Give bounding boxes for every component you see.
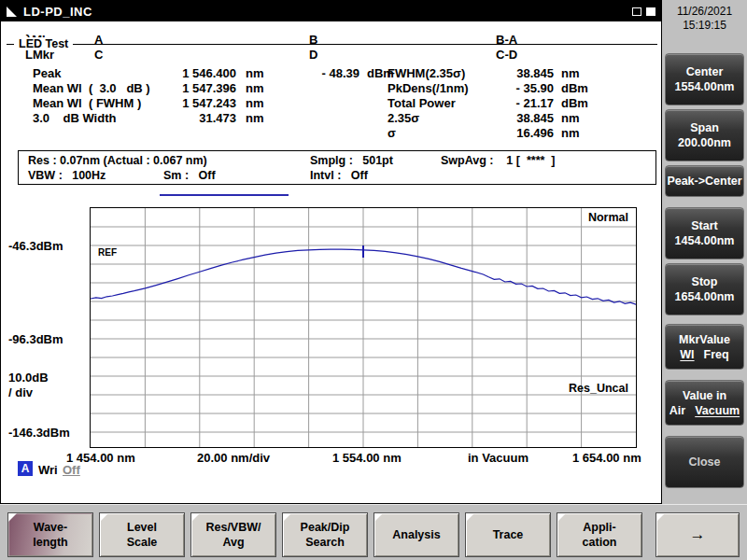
y-axis-bottom-label: -146.3dBm: [8, 426, 70, 440]
x-axis-center-label: 1 554.00 nm: [332, 451, 402, 465]
menu-level-scale-button[interactable]: Level Scale: [99, 512, 185, 557]
main-panel: LD-PD_INC λMkr A B B-A LMkr C D C-D LED …: [0, 0, 662, 504]
wavelength-medium-label: in Vacuum: [468, 451, 529, 465]
menu-trace-button[interactable]: Trace: [465, 512, 551, 557]
maximize-window-icon[interactable]: [646, 7, 655, 16]
sweep-mode-label: Normal: [588, 211, 628, 224]
x-axis-stop-label: 1 654.00 nm: [572, 451, 641, 465]
clock: 11/26/2021 15:19:15: [662, 5, 747, 33]
function-menu-bar: Wave- length Level Scale Res/VBW/ Avg Pe…: [0, 504, 747, 560]
fwhm-sigma-unit: nm: [561, 66, 580, 80]
softkey-mkr-value[interactable]: MkrValue Wl Freq: [665, 324, 744, 370]
softkey-start[interactable]: Start 1454.00nm: [665, 207, 744, 259]
mean-3db-label: Mean Wl ( 3.0 dB ): [33, 81, 150, 95]
menu-analysis-button[interactable]: Analysis: [374, 512, 459, 557]
trace-accent-line: [160, 194, 289, 196]
sampling-setting: Smplg : 501pt: [310, 154, 393, 167]
y-axis-mid-label: -96.3dBm: [8, 332, 63, 346]
peak-label: Peak: [33, 66, 61, 80]
y-scale-per-div-label: 10.0dB: [8, 371, 49, 385]
menu-more-arrow-button[interactable]: →: [655, 512, 740, 557]
pkdens-value: - 35.90: [483, 81, 554, 95]
two35sigma-value: 38.845: [483, 111, 554, 125]
window-title: LD-PD_INC: [23, 5, 92, 19]
menu-application-button[interactable]: Appli- cation: [557, 512, 642, 557]
menu-res-vbw-avg-button[interactable]: Res/VBW/ Avg: [190, 512, 276, 557]
ref-level-label: REF: [98, 247, 117, 258]
y-axis-top-label: -46.3dBm: [8, 239, 63, 253]
trace-a-badge[interactable]: A: [18, 461, 33, 476]
softkey-value-in[interactable]: Value in Air Vacuum: [665, 380, 744, 426]
total-power-value: - 21.17: [483, 96, 554, 110]
marker-c-label: C: [94, 48, 103, 62]
mean-3db-value: 1 547.396: [148, 81, 236, 95]
softkey-peak-to-center[interactable]: Peak->Center: [665, 165, 744, 197]
mean-3db-unit: nm: [246, 81, 264, 95]
spectrum-chart: Normal REF Res_Uncal: [90, 207, 637, 448]
total-power-unit: dBm: [561, 96, 588, 110]
time-label: 15:19:15: [662, 19, 747, 33]
sigma-unit: nm: [561, 126, 580, 140]
peak-level-value: - 48.39: [296, 66, 359, 80]
marker-cd-label: C-D: [496, 48, 517, 62]
vbw-setting: VBW : 100Hz: [28, 169, 106, 182]
x-scale-per-div-label: 20.00 nm/div: [197, 451, 270, 465]
two35sigma-label: 2.35σ: [388, 111, 419, 125]
right-arrow-icon: →: [690, 527, 706, 542]
mkr-value-freq-option[interactable]: Freq: [704, 347, 729, 362]
pkdens-unit: dBm: [561, 81, 588, 95]
mkr-value-wl-option[interactable]: Wl: [680, 347, 694, 362]
softkey-span[interactable]: Span 200.00nm: [665, 109, 744, 161]
softkey-stop[interactable]: Stop 1654.00nm: [665, 263, 744, 315]
sweep-average-setting: SwpAvg : 1 [ **** ]: [441, 154, 555, 167]
resolution-setting: Res : 0.07nm (Actual : 0.067 nm): [28, 154, 207, 167]
value-in-air-option[interactable]: Air: [669, 403, 685, 418]
softkey-close[interactable]: Close: [665, 436, 744, 488]
titlebar: LD-PD_INC: [1, 1, 661, 21]
res-uncal-label: Res_Uncal: [569, 382, 628, 395]
two35sigma-unit: nm: [561, 111, 580, 125]
sigma-label: σ: [388, 126, 396, 140]
interval-setting: Intvl : Off: [310, 169, 368, 182]
menu-peak-dip-search-button[interactable]: Peak/Dip Search: [282, 512, 368, 557]
width-3db-unit: nm: [246, 111, 264, 125]
spectrum-plot: [91, 208, 636, 447]
mean-fwhm-unit: nm: [246, 96, 264, 110]
total-power-label: Total Power: [388, 96, 456, 110]
sigma-value: 16.496: [483, 126, 554, 140]
value-in-vacuum-option[interactable]: Vacuum: [695, 403, 740, 418]
softkey-center[interactable]: Center 1554.00nm: [665, 53, 744, 105]
menu-wavelength-button[interactable]: Wave- length: [7, 512, 93, 557]
width-3db-value: 31.473: [148, 111, 236, 125]
app-icon: [7, 7, 17, 17]
width-3db-label: 3.0 dB Width: [33, 111, 116, 125]
peak-wavelength-value: 1 546.400: [148, 66, 236, 80]
fwhm-sigma-label: FWHM(2.35σ): [388, 66, 465, 80]
marker-d-label: D: [309, 48, 317, 62]
smoothing-setting: Sm : Off: [163, 169, 216, 182]
sidebar: 11/26/2021 15:19:15 Center 1554.00nm Spa…: [662, 0, 747, 560]
led-test-separator: [7, 44, 657, 45]
pkdens-label: PkDens(/1nm): [388, 81, 469, 95]
trace-off-label: Off: [63, 463, 80, 477]
restore-window-icon[interactable]: [632, 7, 641, 16]
peak-wavelength-unit: nm: [246, 66, 264, 80]
y-scale-per-div-label2: / div: [8, 385, 33, 399]
led-test-title: LED Test: [14, 37, 73, 50]
date-label: 11/26/2021: [662, 5, 747, 19]
chart-gridlines: [91, 208, 636, 447]
mean-fwhm-value: 1 547.243: [148, 96, 236, 110]
mean-fwhm-label: Mean Wl ( FWHM ): [33, 96, 141, 110]
trace-write-mode-label: Wri: [38, 463, 58, 477]
fwhm-sigma-value: 38.845: [483, 66, 554, 80]
acquisition-settings-box: Res : 0.07nm (Actual : 0.067 nm) Smplg :…: [18, 150, 656, 185]
